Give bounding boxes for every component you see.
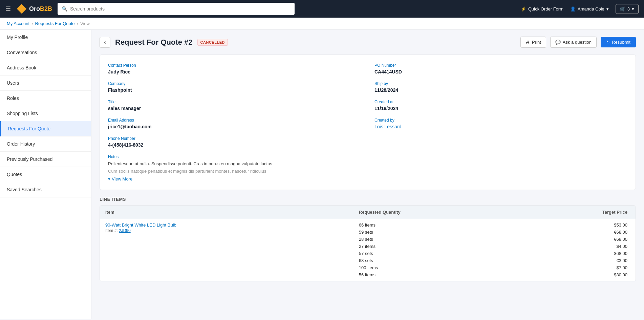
field-ship-by: Ship by 11/28/2024 — [374, 81, 627, 93]
quick-order-button[interactable]: ⚡ Quick Order Form — [521, 6, 563, 12]
header-actions: 🖨 Print 💬 Ask a question ↻ Resubmit — [520, 37, 636, 48]
page-header: ‹ Request For Quote #2 CANCELLED 🖨 Print… — [100, 37, 636, 48]
field-company: Company Flashpoint — [108, 81, 361, 93]
phone-label: Phone Number — [108, 136, 361, 141]
price-row: $30.00 — [521, 272, 627, 277]
phone-value: 4-(458)416-8032 — [108, 142, 361, 148]
lightning-icon: ⚡ — [521, 6, 526, 12]
price-row: €68.00 — [521, 230, 627, 235]
table-row: 90-Watt Bright White LED Light Bulb Item… — [100, 219, 636, 281]
line-items-card: Item Requested Quantity Target Price 90-… — [100, 205, 636, 281]
created-by-value: Lois Lessard — [374, 124, 627, 129]
page-title-group: ‹ Request For Quote #2 CANCELLED — [100, 37, 228, 48]
created-by-label: Created by — [374, 118, 627, 123]
sidebar-item-users[interactable]: Users — [0, 76, 91, 91]
price-cell: $53.00€68.00€68.00$4.00$68.00€3.00$7.00$… — [516, 219, 636, 281]
field-title: Title sales manager — [108, 100, 361, 111]
breadcrumb-sep1: › — [31, 21, 33, 26]
quantity-row: 100 items — [359, 265, 510, 270]
field-contact-person: Contact Person Judy Rice — [108, 63, 361, 74]
quantity-row: 59 sets — [359, 230, 510, 235]
sidebar-item-address-book[interactable]: Address Book — [0, 60, 91, 76]
breadcrumb-sep2: › — [77, 21, 78, 26]
logo[interactable]: OroB2B — [16, 3, 52, 14]
cart-chevron-icon: ▾ — [632, 6, 634, 12]
line-items-table: Item Requested Quantity Target Price 90-… — [100, 206, 636, 281]
title-label: Title — [108, 100, 361, 104]
page-title: Request For Quote #2 — [115, 38, 193, 47]
item-sku-link[interactable]: 2JD90 — [119, 228, 131, 233]
created-at-value: 11/18/2024 — [374, 106, 627, 111]
sidebar-item-my-profile[interactable]: My Profile — [0, 30, 91, 45]
view-more-button[interactable]: ▾ View More — [108, 176, 132, 182]
price-row: $4.00 — [521, 244, 627, 249]
created-at-label: Created at — [374, 100, 627, 104]
search-input[interactable] — [70, 6, 291, 12]
chevron-down-icon: ▾ — [108, 176, 110, 182]
col-item: Item — [100, 206, 353, 219]
breadcrumb-requests-for-quote[interactable]: Requests For Quote — [35, 21, 75, 26]
cart-icon: 🛒 — [620, 6, 625, 12]
table-header-row: Item Requested Quantity Target Price — [100, 206, 636, 219]
main-layout: My Profile Conversations Address Book Us… — [0, 30, 644, 319]
title-value: sales manager — [108, 106, 361, 111]
field-po-number: PO Number CA4414USD — [374, 63, 627, 74]
sidebar-item-roles[interactable]: Roles — [0, 91, 91, 106]
main-content: ‹ Request For Quote #2 CANCELLED 🖨 Print… — [91, 30, 644, 319]
ship-by-label: Ship by — [374, 81, 627, 86]
quantity-row: 68 sets — [359, 258, 510, 263]
col-price: Target Price — [516, 206, 636, 219]
field-created-at: Created at 11/18/2024 — [374, 100, 627, 111]
nav-actions: ⚡ Quick Order Form 👤 Amanda Cole ▾ 🛒 3 ▾ — [521, 4, 639, 14]
print-button[interactable]: 🖨 Print — [520, 37, 546, 48]
price-row: $68.00 — [521, 251, 627, 256]
contact-person-label: Contact Person — [108, 63, 361, 68]
user-menu[interactable]: 👤 Amanda Cole ▾ — [570, 6, 609, 12]
col-quantity: Requested Quantity — [353, 206, 516, 219]
breadcrumb-my-account[interactable]: My Account — [7, 21, 29, 26]
notes-text: Pellentesque at nulla. Suspendisse poten… — [108, 161, 627, 167]
item-cell: 90-Watt Bright White LED Light Bulb Item… — [100, 219, 353, 281]
price-row: $53.00 — [521, 222, 627, 228]
company-label: Company — [108, 81, 361, 86]
logo-text: OroB2B — [29, 5, 52, 13]
cart-button[interactable]: 🛒 3 ▾ — [616, 4, 639, 14]
message-icon: 💬 — [555, 40, 561, 45]
email-label: Email Address — [108, 118, 361, 123]
resubmit-button[interactable]: ↻ Resubmit — [601, 37, 636, 47]
item-name-link[interactable]: 90-Watt Bright White LED Light Bulb — [105, 222, 176, 228]
quantity-row: 28 sets — [359, 237, 510, 242]
breadcrumb-view: View — [80, 21, 90, 26]
sidebar-item-conversations[interactable]: Conversations — [0, 45, 91, 60]
quantity-row: 27 items — [359, 244, 510, 249]
hamburger-icon[interactable]: ☰ — [5, 5, 11, 13]
detail-grid: Contact Person Judy Rice PO Number CA441… — [108, 63, 627, 148]
top-navigation: ☰ OroB2B 🔍 ⚡ Quick Order Form 👤 Amanda C… — [0, 0, 644, 18]
notes-fade: Cum sociis natoque penatibus et magnis d… — [108, 169, 627, 174]
sidebar-item-quotes[interactable]: Quotes — [0, 167, 91, 182]
ask-question-button[interactable]: 💬 Ask a question — [550, 37, 597, 48]
sidebar-item-previously-purchased[interactable]: Previously Purchased — [0, 152, 91, 167]
sidebar-item-requests-for-quote[interactable]: Requests For Quote — [0, 121, 91, 136]
sidebar-item-order-history[interactable]: Order History — [0, 136, 91, 152]
search-icon: 🔍 — [62, 6, 67, 12]
status-badge: CANCELLED — [197, 39, 228, 46]
quantity-row: 56 items — [359, 272, 510, 277]
sidebar-item-saved-searches[interactable]: Saved Searches — [0, 182, 91, 197]
field-email: Email Address jrice1@taobao.com — [108, 118, 361, 129]
line-items-section-title: LINE ITEMS — [100, 197, 636, 202]
company-value: Flashpoint — [108, 87, 361, 93]
sidebar-item-shopping-lists[interactable]: Shopping Lists — [0, 106, 91, 121]
quantity-row: 66 items — [359, 222, 510, 228]
field-phone: Phone Number 4-(458)416-8032 — [108, 136, 361, 148]
chevron-down-icon: ▾ — [606, 6, 609, 12]
quantity-row: 57 sets — [359, 251, 510, 256]
created-by-link[interactable]: Lois Lessard — [374, 124, 401, 129]
price-row: €68.00 — [521, 237, 627, 242]
sidebar: My Profile Conversations Address Book Us… — [0, 30, 91, 319]
po-number-value: CA4414USD — [374, 69, 627, 74]
notes-label: Notes — [108, 154, 627, 159]
price-row: $7.00 — [521, 265, 627, 270]
back-button[interactable]: ‹ — [100, 37, 110, 48]
field-created-by: Created by Lois Lessard — [374, 118, 627, 129]
